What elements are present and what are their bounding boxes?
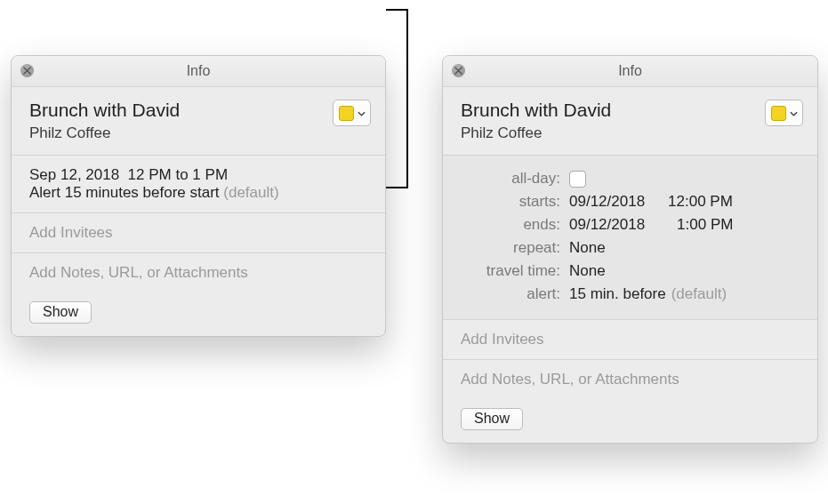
end-time-field[interactable]: 1:00 PM [668,216,733,234]
titlebar: Info [443,56,817,87]
event-info-window-collapsed: Info Brunch with David Philz Coffee Sep … [11,55,386,337]
calendar-color-swatch [771,106,786,121]
window-title: Info [618,63,642,79]
start-time-field[interactable]: 12:00 PM [668,193,733,211]
all-day-label: all-day: [461,170,569,188]
add-invitees-field[interactable]: Add Invitees [443,320,817,360]
alert-label: alert: [461,285,569,303]
add-invitees-placeholder: Add Invitees [29,224,113,241]
alert-summary: Alert 15 minutes before start [29,184,220,201]
add-notes-field[interactable]: Add Notes, URL, or Attachments [443,360,817,399]
all-day-checkbox[interactable] [569,171,586,188]
show-button[interactable]: Show [461,408,523,430]
chevron-down-icon [358,108,366,118]
alert-default-label: (default) [223,184,278,201]
event-header: Brunch with David Philz Coffee [12,87,385,156]
event-title[interactable]: Brunch with David [29,100,180,121]
travel-time-label: travel time: [461,262,569,280]
starts-label: starts: [461,193,569,211]
titlebar: Info [12,56,385,87]
event-details: all-day: starts: 09/12/2018 12:00 PM end… [443,156,817,320]
window-title: Info [187,63,211,79]
event-header: Brunch with David Philz Coffee [443,87,817,156]
event-title[interactable]: Brunch with David [461,100,611,121]
add-notes-placeholder: Add Notes, URL, or Attachments [29,264,248,281]
start-date-field[interactable]: 09/12/2018 [569,193,645,211]
event-location[interactable]: Philz Coffee [29,124,180,142]
chevron-down-icon [790,108,798,118]
event-location[interactable]: Philz Coffee [461,124,611,142]
add-invitees-placeholder: Add Invitees [461,331,544,348]
repeat-field[interactable]: None [569,239,606,257]
add-notes-field[interactable]: Add Notes, URL, or Attachments [12,253,385,292]
alert-default-label: (default) [671,285,727,303]
summary-time: 12 PM to 1 PM [128,166,228,183]
alert-field[interactable]: 15 min. before [569,285,666,303]
show-button[interactable]: Show [29,301,92,324]
calendar-color-swatch [339,106,354,121]
ends-label: ends: [461,216,569,234]
repeat-label: repeat: [461,239,569,257]
event-info-window-expanded: Info Brunch with David Philz Coffee all-… [442,55,818,444]
travel-time-field[interactable]: None [569,262,606,280]
close-icon[interactable] [20,64,34,77]
callout-line [406,9,408,188]
calendar-picker[interactable] [765,100,803,126]
summary-date: Sep 12, 2018 [29,166,119,183]
calendar-picker[interactable] [333,100,371,126]
datetime-summary[interactable]: Sep 12, 2018 12 PM to 1 PM Alert 15 minu… [12,156,385,213]
end-date-field[interactable]: 09/12/2018 [569,216,645,234]
add-invitees-field[interactable]: Add Invitees [12,213,385,253]
callout-line [386,187,408,188]
add-notes-placeholder: Add Notes, URL, or Attachments [461,371,679,388]
close-icon[interactable] [452,64,465,77]
callout-line [386,9,408,11]
